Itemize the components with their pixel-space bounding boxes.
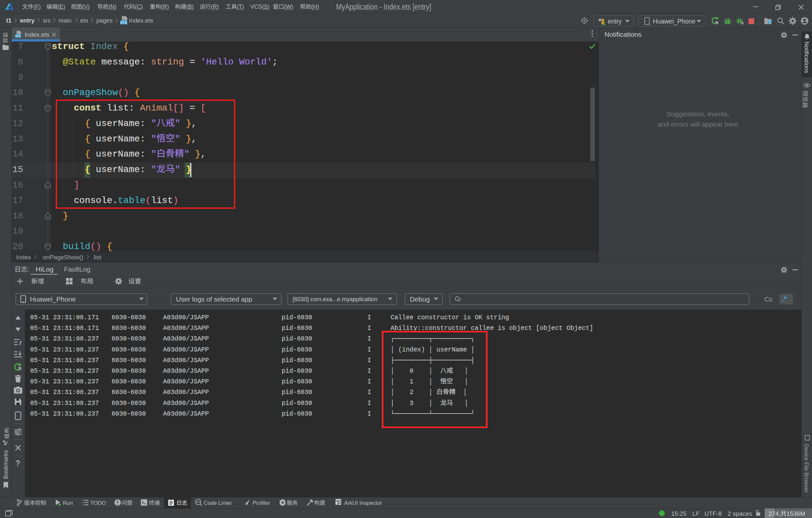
svg-text:ETS: ETS xyxy=(120,21,127,25)
svg-text:ETS: ETS xyxy=(16,34,21,38)
